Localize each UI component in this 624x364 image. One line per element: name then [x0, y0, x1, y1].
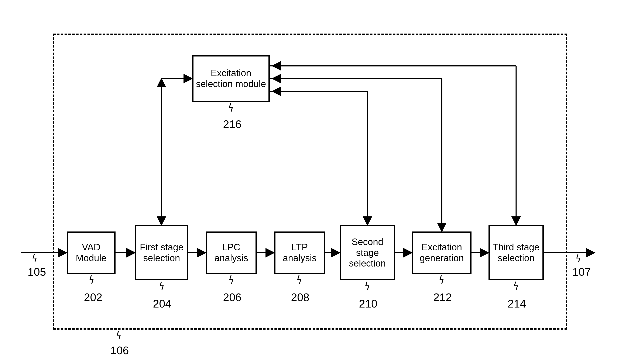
ref-206: 206	[223, 291, 241, 304]
ref-output: 107	[572, 265, 591, 278]
block-label: First stage selection	[138, 242, 185, 263]
block-lpc-analysis: LPC analysis	[206, 232, 257, 274]
block-second-stage-selection: Second stage selection	[340, 225, 395, 280]
block-excitation-generation: Excitation generation	[412, 232, 471, 274]
ref-216: 216	[223, 118, 241, 130]
ref-202: 202	[84, 291, 102, 304]
block-label: LPC analysis	[209, 242, 253, 263]
block-label: Excitation generation	[416, 242, 468, 263]
block-label: Third stage selection	[492, 242, 540, 263]
block-third-stage-selection: Third stage selection	[489, 225, 544, 280]
block-label: Second stage selection	[343, 236, 392, 269]
ref-input: 105	[28, 265, 46, 278]
block-excitation-selection-module: Excitation selection module	[192, 55, 270, 102]
ref-210: 210	[359, 297, 377, 310]
block-label: Excitation selection module	[196, 68, 266, 89]
module-boundary-106	[53, 34, 567, 330]
block-first-stage-selection: First stage selection	[135, 225, 188, 280]
ref-212: 212	[433, 291, 452, 304]
block-label: VAD Module	[70, 242, 112, 263]
ref-214: 214	[508, 297, 526, 310]
ref-208: 208	[291, 291, 310, 304]
block-vad-module: VAD Module	[67, 232, 116, 274]
ref-106: 106	[110, 344, 129, 357]
block-ltp-analysis: LTP analysis	[274, 232, 325, 274]
diagram-canvas: Excitation selection module VAD Module F…	[0, 0, 624, 364]
ref-204: 204	[153, 297, 171, 310]
block-label: LTP analysis	[278, 242, 322, 263]
